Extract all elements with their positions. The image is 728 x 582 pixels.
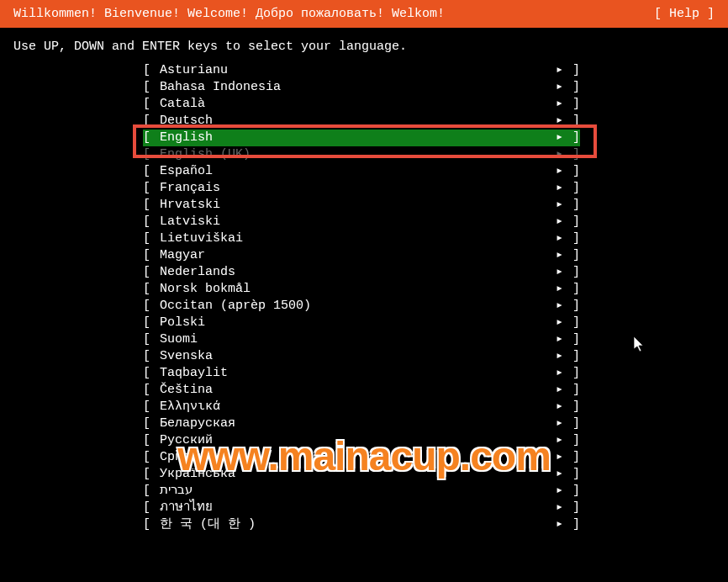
- language-label: Svenska: [160, 348, 553, 365]
- bracket-left: [: [143, 315, 160, 331]
- language-label: Norsk bokmål: [160, 281, 553, 298]
- bracket-left: [: [143, 432, 160, 449]
- language-item[interactable]: [Svenska▸]: [0, 348, 728, 365]
- language-item[interactable]: [Español▸]: [0, 163, 728, 180]
- language-item[interactable]: [Lietuviškai▸]: [0, 230, 728, 247]
- language-item[interactable]: [Čeština▸]: [0, 382, 728, 399]
- chevron-right-icon: ▸: [553, 516, 563, 533]
- bracket-left: [: [143, 365, 160, 382]
- language-label: Asturianu: [160, 62, 553, 79]
- bracket-right: ]: [563, 298, 580, 315]
- language-item[interactable]: [Ελληνικά▸]: [0, 399, 728, 415]
- language-label: Deutsch: [160, 113, 553, 130]
- language-label: Ελληνικά: [160, 399, 553, 415]
- chevron-right-icon: ▸: [553, 214, 563, 230]
- bracket-left: [: [143, 247, 160, 264]
- chevron-right-icon: ▸: [553, 247, 563, 264]
- bracket-left: [: [143, 96, 160, 113]
- language-item[interactable]: [Magyar▸]: [0, 247, 728, 264]
- language-item[interactable]: [Nederlands▸]: [0, 264, 728, 281]
- chevron-right-icon: ▸: [553, 62, 563, 79]
- help-button[interactable]: [ Help ]: [654, 7, 715, 21]
- language-label: Hrvatski: [160, 197, 553, 214]
- bracket-left: [: [143, 348, 160, 365]
- bracket-left: [: [143, 264, 160, 281]
- bracket-left: [: [143, 483, 160, 500]
- language-item[interactable]: [Suomi▸]: [0, 331, 728, 348]
- chevron-right-icon: ▸: [553, 197, 563, 214]
- language-list[interactable]: [Asturianu▸][Bahasa Indonesia▸][Català▸]…: [0, 62, 728, 533]
- bracket-right: ]: [563, 79, 580, 96]
- bracket-left: [: [143, 331, 160, 348]
- language-item[interactable]: [Asturianu▸]: [0, 62, 728, 79]
- bracket-left: [: [143, 214, 160, 230]
- language-item[interactable]: [Català▸]: [0, 96, 728, 113]
- language-item[interactable]: [Occitan (aprèp 1500)▸]: [0, 298, 728, 315]
- bracket-right: ]: [563, 415, 580, 432]
- bracket-left: [: [143, 163, 160, 180]
- chevron-right-icon: ▸: [553, 415, 563, 432]
- chevron-right-icon: ▸: [553, 230, 563, 247]
- bracket-left: [: [143, 146, 160, 163]
- bracket-right: ]: [563, 331, 580, 348]
- language-item[interactable]: [Српски▸]: [0, 449, 728, 466]
- chevron-right-icon: ▸: [553, 96, 563, 113]
- language-label: Magyar: [160, 247, 553, 264]
- bracket-left: [: [143, 197, 160, 214]
- language-item[interactable]: [Hrvatski▸]: [0, 197, 728, 214]
- language-item[interactable]: [עברית▸]: [0, 483, 728, 500]
- welcome-text: Willkommen! Bienvenue! Welcome! Добро по…: [13, 7, 445, 21]
- chevron-right-icon: ▸: [553, 146, 563, 163]
- language-item[interactable]: [Norsk bokmål▸]: [0, 281, 728, 298]
- language-label: Српски: [160, 449, 553, 466]
- chevron-right-icon: ▸: [553, 500, 563, 516]
- language-item[interactable]: [Français▸]: [0, 180, 728, 197]
- language-label: English (UK): [160, 146, 553, 163]
- language-item[interactable]: [Bahasa Indonesia▸]: [0, 79, 728, 96]
- bracket-right: ]: [563, 163, 580, 180]
- language-item[interactable]: [Українська▸]: [0, 466, 728, 483]
- language-item[interactable]: [Latviski▸]: [0, 214, 728, 230]
- language-item[interactable]: [Polski▸]: [0, 315, 728, 331]
- language-item[interactable]: [English (UK)▸]: [0, 146, 728, 163]
- bracket-right: ]: [563, 62, 580, 79]
- chevron-right-icon: ▸: [553, 449, 563, 466]
- chevron-right-icon: ▸: [553, 130, 563, 146]
- language-label: Français: [160, 180, 553, 197]
- language-label: 한 국 (대 한 ): [160, 516, 553, 533]
- bracket-left: [: [143, 382, 160, 399]
- bracket-right: ]: [563, 315, 580, 331]
- language-item[interactable]: [Taqbaylit▸]: [0, 365, 728, 382]
- language-label: Català: [160, 96, 553, 113]
- language-item[interactable]: [한 국 (대 한 )▸]: [0, 516, 728, 533]
- bracket-left: [: [143, 62, 160, 79]
- bracket-right: ]: [563, 432, 580, 449]
- language-label: עברית: [160, 483, 553, 500]
- chevron-right-icon: ▸: [553, 163, 563, 180]
- chevron-right-icon: ▸: [553, 432, 563, 449]
- language-label: Polski: [160, 315, 553, 331]
- bracket-right: ]: [563, 214, 580, 230]
- chevron-right-icon: ▸: [553, 466, 563, 483]
- language-label: Русский: [160, 432, 553, 449]
- bracket-left: [: [143, 415, 160, 432]
- language-item[interactable]: [Deutsch▸]: [0, 113, 728, 130]
- language-item[interactable]: [ภาษาไทย▸]: [0, 500, 728, 516]
- language-label: Bahasa Indonesia: [160, 79, 553, 96]
- language-item[interactable]: [Русский▸]: [0, 432, 728, 449]
- bracket-right: ]: [563, 466, 580, 483]
- language-label: Taqbaylit: [160, 365, 553, 382]
- language-label: Español: [160, 163, 553, 180]
- bracket-left: [: [143, 449, 160, 466]
- chevron-right-icon: ▸: [553, 382, 563, 399]
- language-item[interactable]: [English▸]: [0, 130, 728, 146]
- bracket-right: ]: [563, 516, 580, 533]
- chevron-right-icon: ▸: [553, 113, 563, 130]
- chevron-right-icon: ▸: [553, 399, 563, 415]
- chevron-right-icon: ▸: [553, 365, 563, 382]
- language-label: Latviski: [160, 214, 553, 230]
- language-label: Occitan (aprèp 1500): [160, 298, 553, 315]
- chevron-right-icon: ▸: [553, 180, 563, 197]
- bracket-left: [: [143, 79, 160, 96]
- language-item[interactable]: [Беларуская▸]: [0, 415, 728, 432]
